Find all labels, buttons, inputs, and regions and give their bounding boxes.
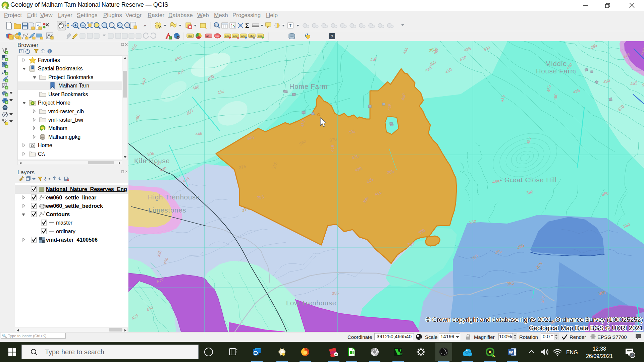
- svg-text:i: i: [215, 23, 216, 27]
- svg-text:abc: abc: [241, 35, 246, 38]
- svg-text:W: W: [509, 350, 513, 355]
- svg-text:abc: abc: [215, 35, 219, 38]
- svg-text:380: 380: [598, 290, 606, 296]
- svg-text:T: T: [289, 23, 292, 28]
- svg-text:Low Trenhouse: Low Trenhouse: [286, 299, 336, 307]
- svg-text:abc: abc: [258, 35, 262, 38]
- svg-text:Limestones: Limestones: [149, 206, 186, 214]
- svg-text:abc: abc: [225, 35, 229, 38]
- svg-text:Great Close Hill: Great Close Hill: [504, 176, 557, 184]
- svg-text:415: 415: [387, 103, 392, 111]
- svg-text:445: 445: [195, 131, 203, 137]
- svg-text:»: »: [144, 23, 146, 28]
- svg-text:385: 385: [332, 291, 339, 296]
- svg-text:ξ: ξ: [44, 177, 46, 181]
- svg-text:High Trenhouse: High Trenhouse: [148, 193, 200, 201]
- svg-text:Middle: Middle: [545, 60, 567, 67]
- svg-text:abc: abc: [250, 35, 254, 38]
- svg-text:House Farm: House Farm: [536, 67, 576, 75]
- svg-text:Kiln House: Kiln House: [134, 157, 170, 165]
- svg-text:26/09/2021: 26/09/2021: [586, 353, 613, 359]
- svg-text:460: 460: [553, 93, 558, 101]
- svg-text:abc: abc: [188, 35, 192, 38]
- svg-text:?: ?: [331, 34, 333, 39]
- svg-text:465: 465: [492, 179, 500, 184]
- svg-text:Σ: Σ: [245, 22, 249, 29]
- svg-text:455: 455: [546, 85, 552, 92]
- svg-text:i: i: [49, 50, 50, 53]
- svg-text:abc: abc: [233, 35, 237, 38]
- svg-text:ENG: ENG: [566, 350, 578, 355]
- svg-text:© Crown copyright and database: © Crown copyright and database rights 20…: [426, 316, 643, 323]
- svg-text:ab: ab: [206, 35, 209, 38]
- svg-text:12:38: 12:38: [593, 346, 606, 352]
- svg-text:3: 3: [631, 353, 633, 357]
- svg-text:Home Farm: Home Farm: [289, 83, 328, 90]
- svg-text:im: im: [398, 352, 402, 356]
- svg-text:Geological Map Data BGS © UKRI: Geological Map Data BGS © UKRI 2021: [529, 324, 643, 331]
- svg-text:415: 415: [330, 144, 335, 152]
